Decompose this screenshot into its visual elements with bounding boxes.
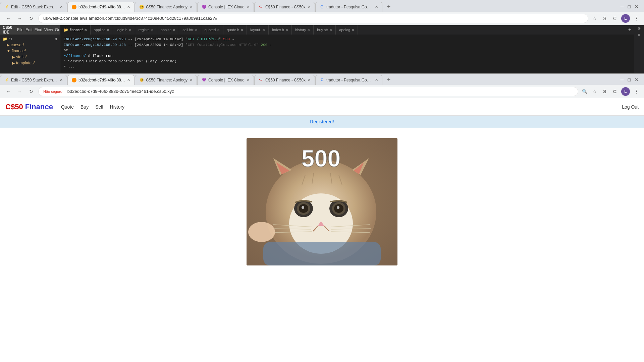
ide-tab-quote[interactable]: quote.h ✕ <box>223 25 247 35</box>
second-ext-c-icon[interactable]: C <box>611 88 619 95</box>
browser-tab-1[interactable]: ⚡ Edit - CS50 Stack Exchange ✕ <box>0 2 67 12</box>
ide-tab-close-sell[interactable]: ✕ <box>195 28 198 32</box>
profile-avatar[interactable]: L <box>621 14 630 23</box>
tab-close-2[interactable]: ✕ <box>127 5 130 9</box>
ide-file-root[interactable]: 📁 ~/ ⚙ <box>0 36 60 42</box>
ide-tab-close-registe[interactable]: ✕ <box>151 28 154 32</box>
ide-tab-sell[interactable]: sell.htr ✕ <box>179 25 201 35</box>
ide-tab-apolog[interactable]: apolog ✕ <box>336 25 358 35</box>
tab-favicon-2 <box>72 5 76 9</box>
ide-menu-file[interactable]: File <box>17 27 23 32</box>
tab-close-4[interactable]: ✕ <box>247 5 250 9</box>
tab-close-1[interactable]: ✕ <box>60 5 63 9</box>
second-tab-close-4[interactable]: ✕ <box>247 78 250 82</box>
ide-tab-close-index[interactable]: ✕ <box>285 28 288 32</box>
forward-button[interactable]: → <box>15 14 24 23</box>
second-tab-6[interactable]: G tradutor - Pesquisa Google ✕ <box>315 75 382 85</box>
second-tab-3[interactable]: 😊 C$50 Finance: Apology ✕ <box>135 75 197 85</box>
ide-file-tree: 📁 ~/ ⚙ ▶ caesar/ ▼ finance/ ▶ static/ <box>0 35 60 67</box>
ide-tab-layout[interactable]: layout. ✕ <box>247 25 269 35</box>
ide-tab-close-quoted[interactable]: ✕ <box>217 28 220 32</box>
ide-folder-templates[interactable]: ▶ templates/ <box>0 60 60 66</box>
browser-tab-5[interactable]: 🛡 C$50 Finance - C$50x ✕ <box>254 2 315 12</box>
ide-tab-close-applica[interactable]: ✕ <box>107 28 109 32</box>
second-tab-close-1[interactable]: ✕ <box>60 78 63 82</box>
second-search-icon[interactable]: 🔍 <box>581 88 588 95</box>
ide-menu-edit[interactable]: Edit <box>25 27 33 32</box>
browser-tab-3[interactable]: 😊 C$50 Finance: Apology ✕ <box>135 2 197 12</box>
browser-tab-6[interactable]: G tradutor - Pesquisa Google ✕ <box>315 2 382 12</box>
address-input[interactable] <box>38 14 588 23</box>
second-tab-4[interactable]: 💜 Console | IEX Cloud ✕ <box>197 75 254 85</box>
close-button[interactable]: ✕ <box>635 4 639 9</box>
ide-tab-close-apolog[interactable]: ✕ <box>352 28 354 32</box>
ide-panel-icon-1[interactable]: ◎ <box>638 26 641 30</box>
nav-link-history[interactable]: History <box>110 104 125 110</box>
ide-menu-view[interactable]: View <box>44 27 53 32</box>
second-tab-1[interactable]: ⚡ Edit - CS50 Stack Exchange ✕ <box>0 75 67 85</box>
second-maximize-button[interactable]: □ <box>628 77 631 82</box>
ide-tab-quoted[interactable]: quoted ✕ <box>201 25 224 35</box>
ide-tab-phplite[interactable]: phplite ✕ <box>157 25 179 35</box>
chrome-icon[interactable]: C <box>611 15 619 22</box>
tab-close-6[interactable]: ✕ <box>375 5 378 9</box>
second-forward-button[interactable]: → <box>15 87 24 96</box>
second-back-button[interactable]: ← <box>4 87 13 96</box>
minimize-button[interactable]: ─ <box>621 4 624 9</box>
ide-tab-buy[interactable]: buy.htr ✕ <box>314 25 336 35</box>
ide-panel-icon-2[interactable]: ≡ <box>638 33 640 37</box>
second-profile-avatar[interactable]: L <box>621 87 630 96</box>
ide-folder-finance[interactable]: ▼ finance/ <box>0 48 60 54</box>
nav-link-sell[interactable]: Sell <box>95 104 103 110</box>
ide-tab-finance[interactable]: 📂 finance/ ✕ <box>60 25 91 35</box>
second-new-tab-button[interactable]: + <box>384 75 393 84</box>
second-bookmark-icon[interactable]: ☆ <box>591 88 598 95</box>
ide-tab-login[interactable]: login.h ✕ <box>113 25 135 35</box>
second-tab-5[interactable]: 🛡 C$50 Finance - C$50x ✕ <box>254 75 315 85</box>
second-ext-s-icon[interactable]: S <box>601 88 608 95</box>
ide-folder-static[interactable]: ▶ static/ <box>0 54 60 60</box>
ide-tab-close-login[interactable]: ✕ <box>129 28 131 32</box>
ide-tab-close-layout[interactable]: ✕ <box>262 28 265 32</box>
ide-tab-close-finance[interactable]: ✕ <box>84 28 87 32</box>
second-address-container[interactable]: Não seguro | b32edcbd-c7d9-46fc-883b-2d7… <box>38 87 578 96</box>
logout-button[interactable]: Log Out <box>622 104 639 110</box>
ide-menu-find[interactable]: Find <box>35 27 42 32</box>
new-tab-button[interactable]: + <box>384 2 393 11</box>
second-menu-icon[interactable]: ⋮ <box>633 88 640 95</box>
back-button[interactable]: ← <box>4 14 13 23</box>
second-tab-close-2[interactable]: ✕ <box>127 78 130 82</box>
nav-link-buy[interactable]: Buy <box>80 104 89 110</box>
second-tab-close-6[interactable]: ✕ <box>375 78 378 82</box>
ide-tab-close-history[interactable]: ✕ <box>307 28 310 32</box>
tab-favicon-3: 😊 <box>139 5 144 9</box>
ide-tab-index[interactable]: index.h ✕ <box>269 25 291 35</box>
ide-menu-go[interactable]: Go <box>55 27 60 32</box>
ide-folder-caesar[interactable]: ▶ caesar/ <box>0 42 60 48</box>
menu-icon[interactable]: ⋮ <box>633 15 640 22</box>
extensions-icon[interactable]: S <box>601 15 608 22</box>
ide-tab-applica[interactable]: applica ✕ <box>91 25 113 35</box>
second-tab-close-5[interactable]: ✕ <box>308 78 311 82</box>
tab-close-5[interactable]: ✕ <box>308 5 311 9</box>
refresh-button[interactable]: ↻ <box>27 14 36 23</box>
browser-tab-4[interactable]: 💜 Console | IEX Cloud ✕ <box>197 2 254 12</box>
svg-text:500: 500 <box>302 145 341 172</box>
ide-tab-history[interactable]: history ✕ <box>292 25 314 35</box>
ide-tab-close-phplite[interactable]: ✕ <box>173 28 175 32</box>
ide-tab-add[interactable]: + <box>628 27 634 33</box>
gear-icon[interactable]: ⚙ <box>54 37 57 41</box>
maximize-button[interactable]: □ <box>628 4 631 9</box>
browser-tab-2[interactable]: b32edcbd-c7d9-46fc-883b-2... ✕ <box>67 2 135 12</box>
tab-close-3[interactable]: ✕ <box>190 5 193 9</box>
ide-tab-close-buy[interactable]: ✕ <box>329 28 332 32</box>
second-minimize-button[interactable]: ─ <box>621 77 624 82</box>
ide-tab-close-quote[interactable]: ✕ <box>240 28 243 32</box>
second-close-button[interactable]: ✕ <box>635 77 639 82</box>
ide-tab-registe[interactable]: registe ✕ <box>135 25 157 35</box>
second-tab-close-3[interactable]: ✕ <box>190 78 193 82</box>
nav-link-quote[interactable]: Quote <box>61 104 74 110</box>
bookmark-icon[interactable]: ☆ <box>591 15 598 22</box>
second-refresh-button[interactable]: ↻ <box>27 87 36 96</box>
second-tab-2[interactable]: b32edcbd-c7d9-46fc-883b-2 ✕ <box>67 75 135 85</box>
